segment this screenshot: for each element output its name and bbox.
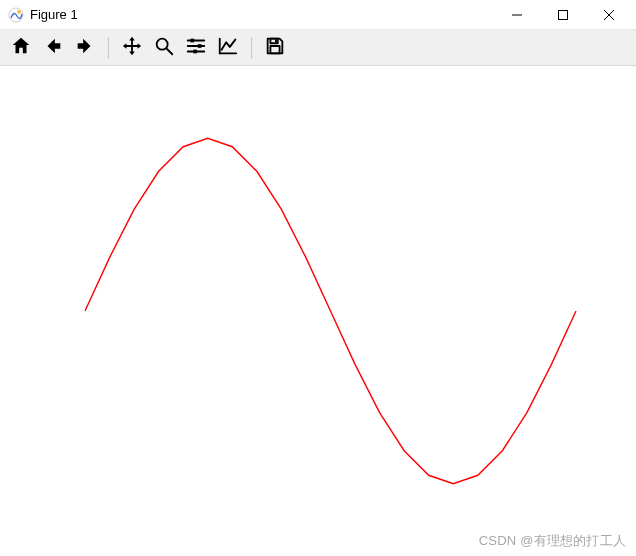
magnify-icon xyxy=(153,35,175,60)
configure-button[interactable] xyxy=(181,33,211,63)
forward-button[interactable] xyxy=(70,33,100,63)
window-controls xyxy=(494,0,632,30)
home-icon xyxy=(10,35,32,60)
close-button[interactable] xyxy=(586,0,632,30)
svg-line-7 xyxy=(167,49,173,55)
sliders-icon xyxy=(185,35,207,60)
svg-point-1 xyxy=(17,10,21,14)
svg-rect-16 xyxy=(270,46,279,53)
plot-svg xyxy=(0,66,636,556)
toolbar-separator xyxy=(251,37,252,59)
line-series xyxy=(85,138,576,483)
arrow-right-icon xyxy=(74,35,96,60)
back-button[interactable] xyxy=(38,33,68,63)
svg-rect-9 xyxy=(191,39,195,43)
toolbar xyxy=(0,30,636,66)
arrow-left-icon xyxy=(42,35,64,60)
figure-canvas[interactable]: CSDN @有理想的打工人 xyxy=(0,66,636,556)
minimize-button[interactable] xyxy=(494,0,540,30)
watermark: CSDN @有理想的打工人 xyxy=(479,532,626,550)
window-title: Figure 1 xyxy=(30,7,78,22)
save-icon xyxy=(264,35,286,60)
svg-rect-13 xyxy=(193,50,197,54)
svg-rect-11 xyxy=(198,44,202,48)
toolbar-separator xyxy=(108,37,109,59)
svg-rect-15 xyxy=(275,40,277,43)
svg-rect-3 xyxy=(559,10,568,19)
save-button[interactable] xyxy=(260,33,290,63)
chart-line-icon xyxy=(217,35,239,60)
app-icon xyxy=(8,7,24,23)
pan-button[interactable] xyxy=(117,33,147,63)
svg-point-6 xyxy=(157,39,168,50)
edit-button[interactable] xyxy=(213,33,243,63)
titlebar: Figure 1 xyxy=(0,0,636,30)
home-button[interactable] xyxy=(6,33,36,63)
zoom-button[interactable] xyxy=(149,33,179,63)
maximize-button[interactable] xyxy=(540,0,586,30)
move-icon xyxy=(121,35,143,60)
